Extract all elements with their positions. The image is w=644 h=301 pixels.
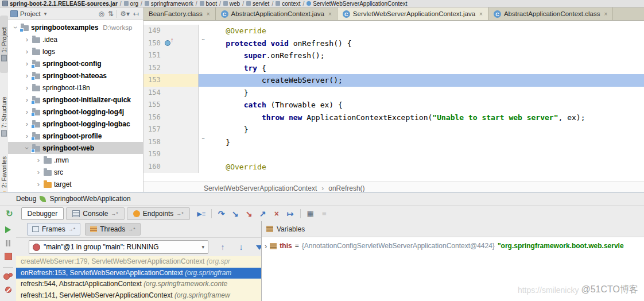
pause-icon[interactable] — [2, 240, 14, 248]
project-tree-item[interactable]: ›springboot-hateoas — [8, 70, 143, 82]
debug-tab-console[interactable]: Console→* — [66, 207, 125, 220]
rerun-icon[interactable]: ↻ — [6, 209, 13, 218]
thread-selector[interactable]: "main"@1 in group "main": RUNNING ▾ — [29, 240, 208, 254]
tree-chevron-icon[interactable]: › — [36, 157, 41, 163]
line-number: 154 — [148, 87, 162, 99]
tree-chevron-icon[interactable]: › — [24, 85, 30, 91]
frame-down-icon[interactable]: ↓ — [236, 241, 246, 253]
project-tree-item[interactable]: ›springboot-config — [8, 57, 143, 70]
project-tree-item[interactable]: ›springboot-web — [8, 142, 143, 154]
stop-icon[interactable] — [2, 253, 14, 261]
breadcrumb-label: web — [230, 1, 240, 7]
chevron-down-icon[interactable]: ▾ — [44, 11, 47, 17]
fold-marker-icon[interactable]: ˇ — [199, 37, 208, 50]
close-tab-icon[interactable]: × — [328, 11, 332, 17]
line-number: 158 — [148, 136, 162, 149]
hide-panel-icon[interactable]: ↤ — [131, 10, 141, 18]
view-breakpoints-icon[interactable] — [2, 273, 14, 281]
show-execution-point-icon[interactable]: ▶≡ — [195, 208, 208, 219]
code-editor[interactable]: 149 @Override150ˇ protected void onRefre… — [143, 21, 644, 181]
frames-tab-threads[interactable]: Threads→* — [85, 223, 141, 236]
tool-window-button[interactable]: 1: Project — [0, 16, 8, 73]
override-method-icon — [165, 40, 170, 46]
resume-icon[interactable] — [2, 226, 14, 234]
module-folder-icon — [32, 74, 40, 79]
locate-icon[interactable]: ◎ — [97, 10, 106, 18]
editor-tab[interactable]: AbstractApplicationContext.java× — [216, 7, 337, 20]
chevron-down-icon[interactable]: ▾ — [201, 244, 204, 250]
breadcrumb-separator: / — [196, 1, 197, 7]
step-into-icon[interactable]: ↘ — [228, 208, 242, 219]
frame-up-icon[interactable]: ↑ — [218, 241, 227, 253]
tree-chevron-icon[interactable]: › — [24, 61, 30, 67]
editor-tab[interactable]: AbstractApplicationContext.class× — [488, 7, 613, 20]
settings-gear-icon[interactable]: ⚙▾ — [118, 10, 131, 18]
breadcrumb-separator: / — [242, 1, 244, 7]
breadcrumb-item[interactable]: ServletWebServerApplicationContext — [307, 1, 407, 7]
close-tab-icon[interactable]: × — [479, 11, 483, 17]
stack-frame[interactable]: onRefresh:153, ServletWebServerApplicati… — [16, 268, 261, 279]
project-tree-item[interactable]: ›springbootexamplesD:\worksp — [8, 21, 143, 33]
close-tab-icon[interactable]: × — [207, 11, 210, 17]
tree-chevron-icon[interactable]: › — [24, 145, 30, 151]
project-tree-item[interactable]: ›springboot-i18n — [8, 82, 143, 94]
breadcrumb-item[interactable]: boot — [200, 1, 217, 7]
run-to-cursor-icon[interactable]: ↦ — [284, 208, 297, 219]
stack-frame[interactable]: refresh:141, ServletWebServerApplication… — [16, 290, 261, 301]
project-tree-item[interactable]: ›springboot-initializer-quick — [8, 94, 143, 106]
breadcrumb-method[interactable]: onRefresh() — [328, 184, 364, 192]
thread-icon — [33, 244, 40, 251]
breadcrumb-item[interactable]: springframework — [145, 1, 193, 7]
debug-tab-endpoints[interactable]: Endpoints→* — [127, 207, 190, 220]
project-tree-item[interactable]: ›target — [8, 178, 143, 190]
editor-area[interactable]: BeanFactory.class×AbstractApplicationCon… — [143, 7, 644, 192]
project-tree-item[interactable]: ›logs — [8, 45, 143, 57]
tree-chevron-icon[interactable]: › — [24, 73, 30, 79]
tree-chevron-icon[interactable]: › — [24, 97, 30, 103]
tree-chevron-icon[interactable]: › — [36, 169, 41, 175]
trace-stream-icon[interactable]: ≡ — [317, 208, 331, 219]
editor-tab[interactable]: ServletWebServerApplicationContext.java× — [337, 7, 488, 20]
breadcrumb-item[interactable]: context — [276, 1, 300, 7]
breadcrumb-item[interactable]: web — [223, 1, 240, 7]
project-tree-item[interactable]: ›springboot-logging-logbac — [8, 118, 143, 130]
project-panel-title[interactable]: Project — [20, 10, 41, 17]
debug-title: Debug — [16, 195, 36, 203]
breadcrumb-item[interactable]: org — [124, 1, 138, 7]
mute-breakpoints-icon[interactable] — [2, 286, 14, 294]
tree-item-label: springboot-config — [42, 60, 102, 68]
evaluate-expression-icon[interactable]: ▦ — [304, 208, 317, 219]
project-tree-item[interactable]: ›.mvn — [8, 154, 143, 166]
breadcrumb-item[interactable]: spring-boot-2.2.1.RELEASE-sources.jar — [2, 1, 118, 7]
module-folder-icon — [32, 98, 40, 103]
debug-tab-debugger[interactable]: Debugger — [21, 207, 64, 220]
breadcrumb-item[interactable]: servlet — [246, 1, 269, 7]
project-tree-item[interactable]: ›springboot-profile — [8, 130, 143, 142]
tree-chevron-icon[interactable]: › — [24, 109, 30, 115]
force-step-into-icon[interactable]: ↘ — [242, 208, 256, 219]
tree-chevron-icon[interactable]: › — [24, 133, 30, 139]
tree-chevron-icon[interactable]: › — [24, 121, 30, 127]
tool-window-button[interactable]: 7: Structure — [0, 86, 8, 148]
collapse-all-icon[interactable]: ⇅ — [106, 10, 115, 18]
close-tab-icon[interactable]: × — [604, 11, 607, 17]
stack-frame[interactable]: createWebServer:179, ServletWebServerApp… — [16, 256, 261, 268]
tree-chevron-icon[interactable]: › — [24, 37, 30, 43]
drop-frame-icon[interactable]: × — [270, 208, 284, 219]
expand-chevron-icon[interactable]: › — [265, 242, 267, 250]
frames-tab-frames[interactable]: Frames→* — [27, 223, 80, 236]
step-over-icon[interactable]: ↷ — [215, 208, 228, 219]
fold-marker-icon[interactable]: ˆ — [199, 136, 208, 149]
step-out-icon[interactable]: ↗ — [256, 208, 270, 219]
fold-marker-icon — [199, 62, 208, 75]
project-tree-item[interactable]: ›.idea — [8, 33, 143, 45]
tree-chevron-icon[interactable]: › — [24, 49, 30, 55]
project-tree-item[interactable]: ›src — [8, 166, 143, 178]
breadcrumb-class[interactable]: ServletWebServerApplicationContext — [204, 184, 317, 192]
tree-chevron-icon[interactable]: › — [13, 25, 18, 30]
project-tree-item[interactable]: ›springboot-logging-log4j — [8, 106, 143, 118]
variable-row[interactable]: ›this = {AnnotationConfigServletWebServe… — [262, 240, 644, 252]
tree-chevron-icon[interactable]: › — [36, 182, 41, 187]
editor-tab[interactable]: BeanFactory.class× — [143, 7, 216, 20]
stack-frame[interactable]: refresh:544, AbstractApplicationContext … — [16, 279, 261, 290]
